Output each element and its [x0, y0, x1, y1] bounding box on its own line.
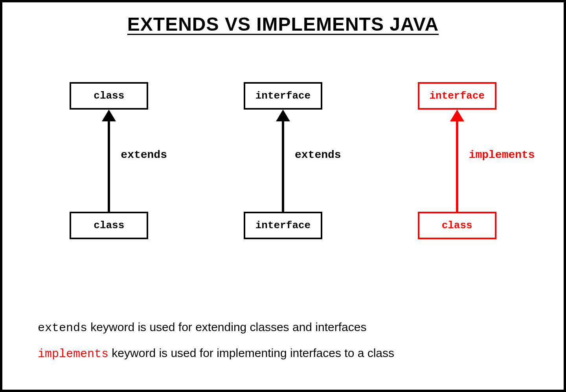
arrow-up-icon [101, 110, 117, 212]
notes-block: extends keyword is used for extending cl… [38, 310, 528, 362]
arrow-shaft [282, 121, 284, 212]
arrowhead-icon [276, 110, 290, 121]
note-implements: implements keyword is used for implement… [38, 345, 528, 362]
arrow-shaft [108, 121, 110, 212]
arrow-up-icon [275, 110, 291, 212]
keyword-label: implements [469, 149, 535, 161]
box-top: class [70, 82, 148, 110]
box-bottom: interface [244, 212, 322, 239]
note-text: keyword is used for extending classes an… [87, 321, 366, 333]
box-top: interface [418, 82, 496, 110]
column-class-extends-class: class extends class [34, 82, 184, 247]
arrowhead-icon [450, 110, 464, 121]
diagram-title: EXTENDS VS IMPLEMENTS JAVA [2, 13, 564, 35]
column-class-implements-interface: interface implements class [382, 82, 532, 247]
columns-row: class extends class interface extends in… [2, 82, 564, 247]
note-extends: extends keyword is used for extending cl… [38, 319, 528, 336]
box-bottom: class [70, 212, 148, 239]
note-keyword: implements [38, 347, 108, 361]
box-bottom: class [418, 212, 496, 239]
arrowhead-icon [102, 110, 116, 121]
arrow-up-icon [449, 110, 465, 212]
note-keyword: extends [38, 321, 87, 335]
diagram-frame: EXTENDS VS IMPLEMENTS JAVA class extends… [0, 0, 566, 392]
note-text: keyword is used for implementing interfa… [108, 346, 394, 359]
keyword-label: extends [121, 149, 167, 161]
box-top: interface [244, 82, 322, 110]
arrow-shaft [456, 121, 458, 212]
column-interface-extends-interface: interface extends interface [208, 82, 358, 247]
keyword-label: extends [295, 149, 341, 161]
